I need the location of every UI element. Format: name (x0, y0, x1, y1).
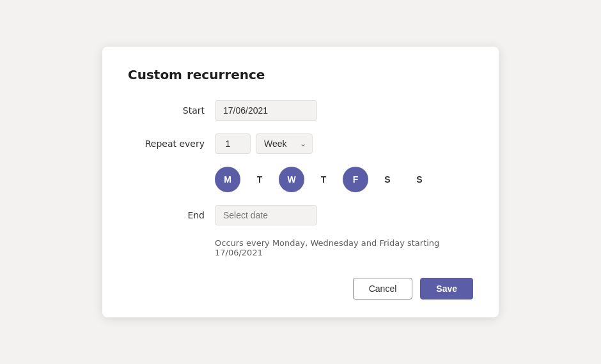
day-friday-button[interactable]: F (343, 167, 368, 192)
repeat-number-input[interactable] (215, 133, 251, 154)
end-date-input[interactable] (215, 205, 317, 225)
day-tuesday-button[interactable]: T (247, 167, 272, 192)
day-monday-button[interactable]: M (215, 167, 240, 192)
save-button[interactable]: Save (420, 278, 473, 300)
start-date-input[interactable] (215, 100, 317, 121)
start-label: Start (128, 105, 205, 116)
days-of-week-row: M T W T F S S (215, 167, 473, 192)
day-saturday-button[interactable]: S (375, 167, 400, 192)
start-row: Start (128, 100, 473, 121)
dialog-title: Custom recurrence (128, 67, 473, 82)
button-row: Cancel Save (128, 278, 473, 300)
repeat-every-row: Repeat every Week Day Month Year ⌄ (128, 133, 473, 154)
day-thursday-button[interactable]: T (311, 167, 336, 192)
end-row: End (128, 205, 473, 225)
day-sunday-button[interactable]: S (407, 167, 432, 192)
repeat-every-label: Repeat every (128, 139, 205, 149)
repeat-unit-wrapper: Week Day Month Year ⌄ (256, 133, 313, 154)
custom-recurrence-dialog: Custom recurrence Start Repeat every Wee… (102, 47, 499, 317)
end-label: End (128, 210, 205, 220)
day-wednesday-button[interactable]: W (279, 167, 304, 192)
repeat-unit-select[interactable]: Week Day Month Year (256, 133, 313, 154)
cancel-button[interactable]: Cancel (353, 278, 413, 300)
occurrence-summary-text: Occurs every Monday, Wednesday and Frida… (215, 238, 473, 257)
